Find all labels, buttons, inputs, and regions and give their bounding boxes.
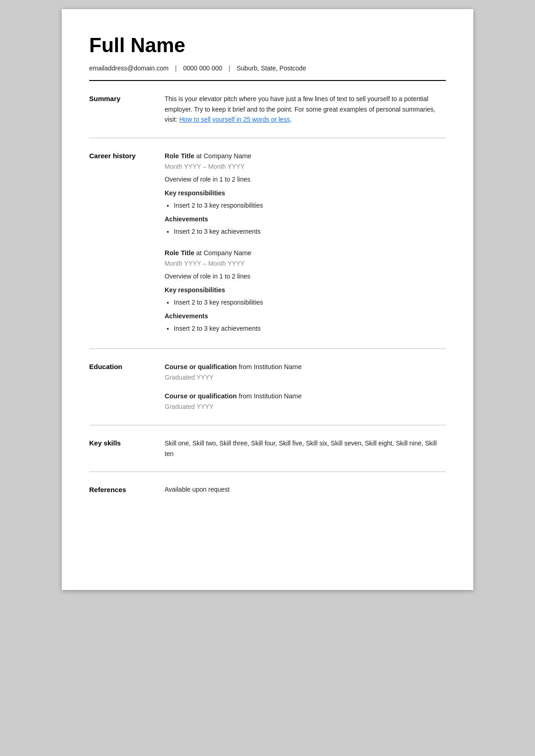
references-section: References Available upon request [89,472,446,508]
job-overview-1: Overview of role in 1 to 2 lines [165,175,446,185]
education-label: Education [89,362,165,412]
skills-text: Skill one, Skill two, Skill three, Skill… [165,438,446,459]
edu-title-line-2: Course or qualification from Institution… [165,391,446,401]
responsibilities-label-1: Key responsibilities [165,188,446,198]
edu-title-line-1: Course or qualification from Institution… [165,362,446,372]
separator-2: | [229,64,230,72]
achievement-item-2-1: Insert 2 to 3 key achievements [174,323,446,333]
achievement-item-1-1: Insert 2 to 3 key achievements [174,226,446,236]
phone: 0000 000 000 [183,64,222,72]
key-skills-section: Key skills Skill one, Skill two, Skill t… [89,425,446,472]
edu-block-2: Course or qualification from Institution… [165,391,446,412]
education-content: Course or qualification from Institution… [165,362,446,412]
achievements-list-2: Insert 2 to 3 key achievements [165,323,446,333]
responsibilities-list-1: Insert 2 to 3 key responsibilities [165,200,446,210]
location: Suburb, State, Postcode [237,64,306,72]
career-history-content: Role Title at Company Name Month YYYY – … [165,151,446,336]
summary-label: Summary [89,94,165,124]
edu-block-1: Course or qualification from Institution… [165,362,446,383]
job-title-line-2: Role Title at Company Name [165,248,446,258]
achievements-list-1: Insert 2 to 3 key achievements [165,226,446,236]
job-block-2: Role Title at Company Name Month YYYY – … [165,248,446,334]
edu-qualification-rest-1: from Institution Name [237,363,302,370]
job-title-line-1: Role Title at Company Name [165,151,446,161]
summary-section: Summary This is your elevator pitch wher… [89,81,446,138]
references-label: References [89,485,165,495]
responsibilities-list-2: Insert 2 to 3 key responsibilities [165,297,446,307]
job-title-bold-1: Role Title [165,152,194,160]
summary-text-after-link: . [290,116,292,123]
email: emailaddress@domain.com [89,64,169,72]
edu-qualification-bold-2: Course or qualification [165,392,237,400]
education-section: Education Course or qualification from I… [89,349,446,425]
contact-bar: emailaddress@domain.com | 0000 000 000 |… [89,64,446,72]
job-title-bold-2: Role Title [165,249,194,257]
full-name: Full Name [89,34,446,56]
edu-qualification-bold-1: Course or qualification [165,363,237,370]
edu-dates-2: Graduated YYYY [165,402,446,412]
achievements-label-1: Achievements [165,214,446,225]
key-skills-label: Key skills [89,438,165,459]
separator-1: | [175,64,177,72]
career-history-section: Career history Role Title at Company Nam… [89,138,446,349]
summary-content: This is your elevator pitch where you ha… [165,94,446,124]
job-title-rest-2: at Company Name [194,249,251,257]
resume-page: Full Name emailaddress@domain.com | 0000… [62,9,473,590]
job-dates-1: Month YYYY – Month YYYY [165,162,446,172]
key-skills-content: Skill one, Skill two, Skill three, Skill… [165,438,446,459]
references-text: Available upon request [165,485,446,495]
job-overview-2: Overview of role in 1 to 2 lines [165,272,446,282]
references-content: Available upon request [165,485,446,495]
edu-dates-1: Graduated YYYY [165,373,446,383]
job-title-rest-1: at Company Name [194,152,251,160]
responsibilities-label-2: Key responsibilities [165,285,446,295]
edu-qualification-rest-2: from Institution Name [237,392,302,400]
achievements-label-2: Achievements [165,311,446,322]
job-dates-2: Month YYYY – Month YYYY [165,259,446,269]
career-history-label: Career history [89,151,165,336]
summary-text: This is your elevator pitch where you ha… [165,95,435,123]
summary-link[interactable]: How to sell yourself in 25 words or less [179,116,290,123]
job-block-1: Role Title at Company Name Month YYYY – … [165,151,446,237]
responsibility-item-1-1: Insert 2 to 3 key responsibilities [174,200,446,210]
responsibility-item-2-1: Insert 2 to 3 key responsibilities [174,297,446,307]
